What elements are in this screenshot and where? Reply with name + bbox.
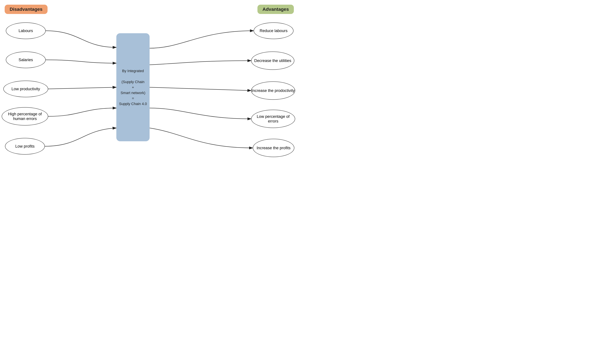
ellipse-increase-productivity: Increase the prodoctivity [251,81,295,100]
ellipse-reduce-labours: Reduce labours [254,23,293,39]
diagram-container: Disadvantages Advantages Labours Salarie… [0,0,298,182]
ellipse-high-percentage: High percentage of human errors [2,107,48,126]
ellipse-low-profits: Low profits [5,138,45,155]
disadvantages-badge: Disadvantages [5,5,47,14]
ellipse-decrease-utilities: Decrease the utilities [251,52,294,70]
ellipse-salaries: Salaries [6,52,46,68]
ellipse-increase-profits: Increase the profits [253,139,294,157]
center-box: By Integrated (Supply Chain + Smart netw… [116,33,149,141]
ellipse-low-productivity: Low productivity [3,81,48,97]
advantages-badge: Advantages [258,5,294,14]
ellipse-low-percentage-errors: Low percentage of errors [251,110,295,128]
ellipse-labours: Labours [6,23,46,39]
